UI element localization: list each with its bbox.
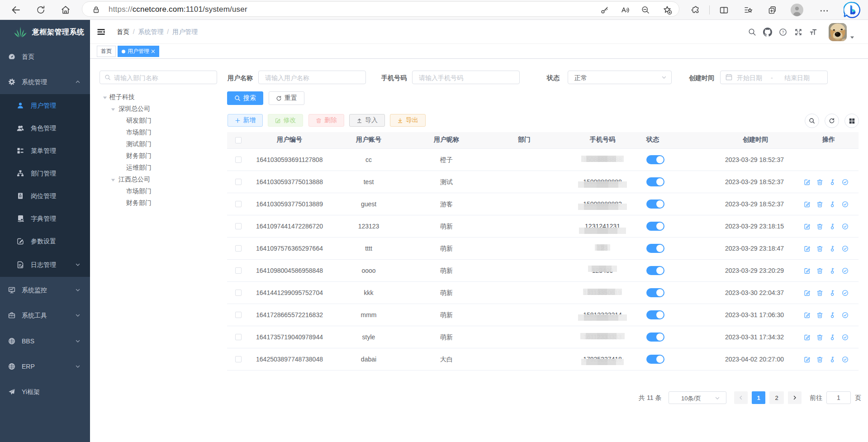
svg-text:?: ? (782, 30, 784, 34)
